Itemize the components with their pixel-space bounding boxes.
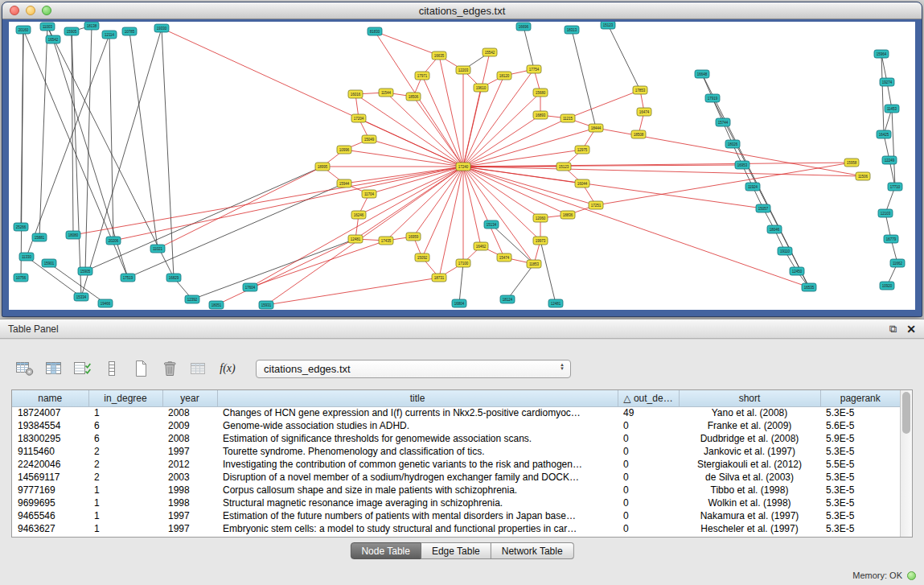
graph-node[interactable]: 18506 — [406, 93, 421, 101]
table-cell[interactable]: 0 — [618, 496, 679, 509]
tab-edge-table[interactable]: Edge Table — [421, 542, 491, 559]
graph-node[interactable]: 15542 — [483, 48, 497, 56]
table-row[interactable]: 1872400712008Changes of HCN gene express… — [12, 406, 900, 419]
table-cell[interactable]: 9463627 — [12, 522, 88, 535]
column-header[interactable]: short — [679, 390, 820, 406]
table-cell[interactable]: 2 — [88, 471, 162, 484]
graph-node[interactable]: 15049 — [362, 135, 376, 143]
table-cell[interactable]: 0 — [618, 445, 679, 458]
table-cell[interactable]: 2009 — [162, 419, 217, 432]
zoom-window-icon[interactable] — [42, 6, 51, 15]
graph-node[interactable]: 16696 — [516, 23, 531, 31]
table-cell[interactable]: 1998 — [162, 496, 217, 509]
table-cell[interactable]: Estimation of significance thresholds fo… — [217, 432, 618, 445]
graph-node[interactable]: 15964 — [874, 50, 889, 58]
table-cell[interactable]: 6 — [88, 432, 162, 445]
graph-node[interactable]: 18124 — [500, 295, 515, 303]
table-cell[interactable]: 0 — [618, 471, 679, 484]
table-cell[interactable]: 5.3E-5 — [820, 509, 900, 522]
graph-node[interactable]: 12203 — [456, 66, 470, 74]
table-cell[interactable]: Yano et al. (2008) — [679, 406, 820, 419]
graph-node[interactable]: 11704 — [362, 190, 376, 198]
table-cell[interactable]: Genome-wide association studies in ADHD. — [217, 419, 618, 432]
table-row[interactable]: 969969511998Structural magnetic resonanc… — [12, 496, 900, 509]
table-cell[interactable]: 1997 — [162, 509, 217, 522]
table-cell[interactable]: 0 — [618, 432, 679, 445]
close-window-icon[interactable] — [10, 6, 19, 15]
graph-node[interactable]: 16246 — [351, 211, 366, 219]
table-cell[interactable]: 2003 — [162, 471, 217, 484]
graph-node[interactable]: 16044 — [575, 179, 589, 187]
graph-node[interactable]: 18313 — [565, 26, 579, 34]
graph-node[interactable]: 19610 — [474, 84, 488, 92]
table-cell[interactable]: 0 — [618, 484, 679, 496]
table-cell[interactable]: de Silva et al. (2003) — [679, 471, 820, 484]
table-cell[interactable]: 5.3E-5 — [820, 522, 900, 535]
table-cell[interactable]: 1998 — [162, 484, 217, 496]
table-cell[interactable]: Investigating the contribution of common… — [217, 458, 618, 471]
column-header[interactable]: year — [162, 390, 217, 406]
graph-node[interactable]: 10756 — [14, 274, 28, 282]
table-row[interactable]: 911546021997Tourette syndrome. Phenomeno… — [12, 445, 900, 458]
table-cell[interactable]: 2 — [88, 445, 162, 458]
table-cell[interactable]: Stergiakouli et al. (2012) — [679, 458, 820, 471]
table-cell[interactable]: 6 — [88, 419, 162, 432]
table-cell[interactable]: 2008 — [162, 406, 217, 419]
graph-node[interactable]: 11003 — [40, 23, 55, 31]
network-view[interactable]: 1724015123160441725118836120601997311853… — [9, 22, 915, 310]
import-table-icon[interactable] — [187, 357, 211, 380]
graph-node[interactable]: 15958 — [844, 159, 859, 167]
graph-node[interactable]: 15901 — [42, 259, 56, 267]
table-cell[interactable]: Dudbridge et al. (2008) — [679, 432, 820, 445]
graph-node[interactable]: 16535 — [802, 283, 816, 291]
table-cell[interactable]: Nakamura et al. (1997) — [679, 509, 820, 522]
table-cell[interactable]: 22420046 — [12, 458, 88, 471]
graph-node[interactable]: 16893 — [533, 111, 548, 119]
window-titlebar[interactable]: citations_edges.txt — [2, 2, 922, 19]
graph-node[interactable]: 11506 — [856, 172, 870, 180]
table-source-select[interactable]: citations_edges.txt ▲▼ — [256, 360, 571, 378]
graph-node[interactable]: 11544 — [379, 89, 393, 97]
graph-node[interactable]: 15092 — [415, 253, 429, 262]
table-cell[interactable]: Corpus callosum shape and size in male p… — [217, 484, 618, 496]
table-cell[interactable]: 0 — [618, 419, 679, 432]
table-row[interactable]: 946554611997Estimation of the future num… — [12, 509, 900, 522]
graph-node[interactable]: 16779 — [884, 235, 898, 243]
table-cell[interactable]: 0 — [618, 522, 679, 535]
table-cell[interactable]: 5.3E-5 — [820, 484, 900, 496]
graph-node[interactable]: 16953 — [735, 161, 749, 169]
graph-node[interactable]: 17100 — [456, 259, 470, 267]
graph-node[interactable]: 20160 — [16, 26, 31, 34]
graph-node[interactable]: 17204 — [351, 114, 366, 122]
graph-node[interactable]: 15744 — [716, 118, 730, 126]
tab-node-table[interactable]: Node Table — [350, 542, 421, 559]
graph-node[interactable]: 17971 — [415, 72, 429, 80]
graph-node[interactable]: 17519 — [121, 274, 135, 282]
table-cell[interactable]: Franke et al. (2009) — [679, 419, 820, 432]
graph-node[interactable]: 17240 — [456, 163, 470, 171]
graph-node[interactable]: 11021 — [150, 245, 165, 253]
column-header[interactable]: pagerank — [820, 390, 900, 406]
table-cell[interactable]: 18724007 — [12, 406, 88, 419]
table-cell[interactable]: 0 — [618, 458, 679, 471]
graph-node[interactable]: 18051 — [209, 301, 224, 309]
table-cell[interactable]: 5.9E-5 — [820, 432, 900, 445]
graph-node[interactable]: 19110 — [778, 247, 792, 255]
graph-node[interactable]: 16016 — [348, 90, 363, 98]
graph-node[interactable]: 12249 — [882, 156, 897, 164]
table-cell[interactable]: 5.6E-5 — [820, 419, 900, 432]
graph-node[interactable]: 15123 — [601, 22, 615, 29]
table-cell[interactable]: 9465546 — [12, 509, 88, 522]
graph-node[interactable]: 15881 — [32, 233, 47, 241]
graph-node[interactable]: 19466 — [98, 299, 113, 307]
graph-node[interactable]: 12975 — [575, 146, 589, 154]
graph-node[interactable]: 12103 — [878, 209, 893, 217]
table-cell[interactable]: 19384554 — [12, 419, 88, 432]
graph-node[interactable]: 11662 — [890, 259, 905, 267]
graph-node[interactable]: 12481 — [348, 235, 363, 243]
graph-node[interactable]: 12450 — [790, 267, 804, 275]
graph-node[interactable]: 19973 — [533, 237, 548, 245]
table-cell[interactable]: 9115460 — [12, 445, 88, 458]
graph-node[interactable]: 18995 — [315, 163, 330, 171]
graph-node[interactable]: 10920 — [880, 282, 894, 290]
